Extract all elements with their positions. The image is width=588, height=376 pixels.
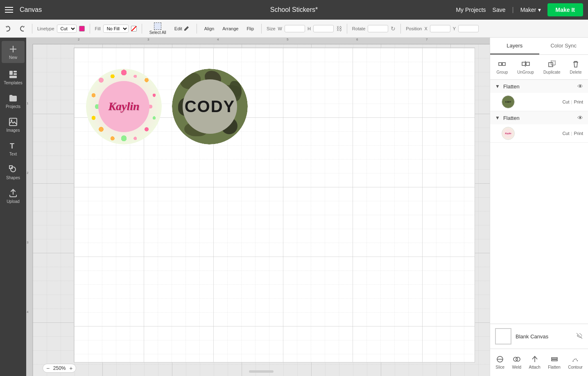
left-ruler: 1 2 3 4 [26,44,33,376]
slice-button[interactable]: Slice [492,353,508,371]
layer-cut-1[interactable]: Cut [562,99,569,104]
layer-print-2[interactable]: Print [574,131,583,136]
layer-cut-2[interactable]: Cut [562,131,569,136]
tab-layers[interactable]: Layers [490,38,539,54]
fill-color-swatch[interactable] [131,26,137,32]
sep5 [261,24,262,34]
chevron-down-icon: ▾ [538,7,541,13]
svg-point-23 [516,357,520,361]
size-label: Size [267,26,275,31]
kaylin-sticker[interactable]: Kaylin [86,69,162,144]
blank-canvas-eye[interactable] [576,332,583,341]
edit-button[interactable]: Edit [172,25,192,32]
weld-button[interactable]: Weld [509,353,525,371]
duplicate-button[interactable]: Duplicate [541,58,563,76]
sidebar-item-images[interactable]: Images [2,114,25,136]
flip-button[interactable]: Flip [244,25,256,32]
sidebar-item-text[interactable]: T Text [2,137,25,160]
arrange-button[interactable]: Arrange [220,25,241,32]
layer-arrow-2: ▼ [495,115,500,121]
layer-header-1[interactable]: ▼ Flatten 👁 [490,80,588,93]
sep4 [197,24,197,34]
layer-item-kaylin[interactable]: Kaylin Cut | Print [490,124,588,142]
sidebar-item-shapes[interactable]: Shapes [2,161,25,183]
cody-inner-ring: CODY [183,79,237,134]
layer-thumb-kaylin: Kaylin [502,127,515,140]
zoom-controls: − 250% + [43,364,76,373]
delete-button[interactable]: Delete [568,58,584,76]
redo-button[interactable] [16,24,27,33]
position-group: Position X Y [406,25,479,32]
svg-rect-25 [552,360,557,361]
sidebar-item-templates[interactable]: Templates [2,66,25,88]
layer-header-2[interactable]: ▼ Flatten 👁 [490,111,588,124]
select-all-button[interactable]: Select All [147,22,169,36]
layer-item-cody[interactable]: CODY Cut | Print [490,93,588,111]
svg-rect-2 [9,71,13,75]
layer-eye-2[interactable]: 👁 [577,115,583,121]
canvas-title: Canvas [20,6,42,14]
ruler-mark-left-1: 1 [27,101,28,105]
linetype-group: Linetype Cut [37,25,85,33]
ungroup-icon [521,60,530,69]
attach-icon [530,355,539,364]
zoom-in-button[interactable]: + [69,365,72,371]
save-button[interactable]: Save [493,7,506,13]
layer-eye-1[interactable]: 👁 [577,83,583,90]
blank-canvas-thumb [495,328,511,344]
scroll-indicator [249,370,274,373]
cody-sticker[interactable]: CODY [172,69,248,144]
maker-button[interactable]: Maker ▾ [520,7,541,13]
tab-color-sync[interactable]: Color Sync [539,38,588,54]
linetype-select[interactable]: Cut [57,25,77,33]
height-input[interactable] [313,25,334,32]
kaylin-text: Kaylin [108,100,139,113]
undo-button[interactable] [3,24,15,33]
ruler-mark-left-2: 2 [27,171,28,175]
rotate-icon: ↻ [391,25,396,32]
ruler-corner [26,38,33,44]
align-button[interactable]: Align [202,25,217,32]
right-toolbar: Group UnGroup Duplicate [490,55,588,80]
position-label: Position [406,26,422,31]
group-button[interactable]: Group [494,58,511,76]
width-input[interactable] [285,25,305,32]
linetype-color-swatch[interactable] [79,26,85,32]
y-label: Y [453,26,456,31]
my-projects-link[interactable]: My Projects [456,7,486,13]
menu-icon[interactable] [5,7,13,13]
bottom-toolbar: Slice Weld Attach [490,349,588,376]
top-row: 2 3 4 5 6 7 [26,38,490,44]
sidebar-item-new[interactable]: New [2,41,25,63]
rotate-group: Rotate ↻ [352,25,396,32]
edit-group: Edit [172,25,192,32]
sidebar-item-upload[interactable]: Upload [2,185,25,207]
layer-print-1[interactable]: Print [574,99,583,104]
left-sidebar: New Templates Projects Images T Text Sha… [0,38,26,376]
svg-text:T: T [10,142,14,150]
rotate-label: Rotate [352,26,365,31]
top-right-controls: My Projects Save | Maker ▾ Make It [456,3,583,16]
x-label: X [424,26,427,31]
layer-spacer [490,143,588,324]
canvas-area[interactable]: 2 3 4 5 6 7 1 2 3 4 [26,38,490,376]
top-ruler: 2 3 4 5 6 7 [33,38,490,44]
x-input[interactable] [430,25,450,32]
zoom-out-button[interactable]: − [46,365,50,371]
sep3 [142,24,142,34]
canvas-content[interactable]: Kaylin [33,44,490,376]
lock-aspect-icon[interactable]: ⛓ [336,25,342,32]
attach-button[interactable]: Attach [526,353,544,371]
fill-select[interactable]: No Fill [103,25,129,33]
flatten-button[interactable]: Flatten [545,353,564,371]
layer-title-1: Flatten [503,83,574,90]
sidebar-item-projects[interactable]: Projects [2,90,25,112]
contour-button[interactable]: Contour [565,353,586,371]
svg-rect-11 [499,63,502,65]
ungroup-button[interactable]: UnGroup [515,58,536,76]
cody-text: CODY [185,97,235,116]
rotate-input[interactable] [368,25,388,32]
make-it-button[interactable]: Make It [547,3,583,16]
w-label: W [278,26,282,31]
y-input[interactable] [458,25,479,32]
